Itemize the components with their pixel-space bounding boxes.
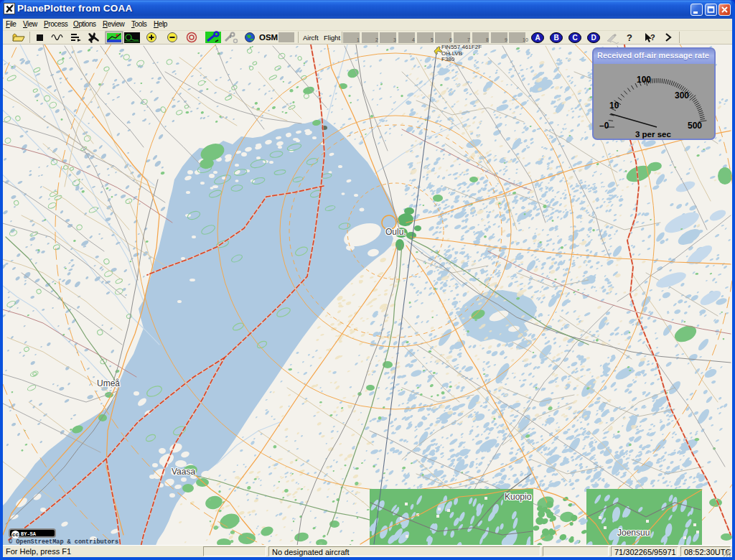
svg-text:B: B — [553, 34, 558, 42]
svg-text:?: ? — [650, 33, 655, 42]
svg-text:A: A — [535, 34, 540, 42]
svg-text:3: 3 — [393, 37, 396, 42]
svg-text:i: i — [230, 33, 231, 39]
svg-text:4: 4 — [412, 37, 415, 42]
svg-text:OSM: OSM — [259, 33, 278, 42]
svg-text:?: ? — [627, 32, 632, 43]
svg-text:7: 7 — [467, 37, 470, 42]
svg-text:Flight: Flight — [324, 34, 341, 42]
svg-text:10: 10 — [523, 37, 528, 42]
svg-text:1: 1 — [357, 37, 360, 42]
svg-text:D: D — [591, 34, 596, 42]
svg-text:C: C — [572, 34, 577, 42]
svg-text:2: 2 — [375, 37, 378, 42]
svg-text:6: 6 — [449, 37, 452, 42]
svg-text:9: 9 — [505, 37, 507, 42]
svg-text:8: 8 — [486, 37, 489, 42]
svg-text:5: 5 — [431, 37, 434, 42]
svg-text:Aircft: Aircft — [303, 34, 319, 42]
